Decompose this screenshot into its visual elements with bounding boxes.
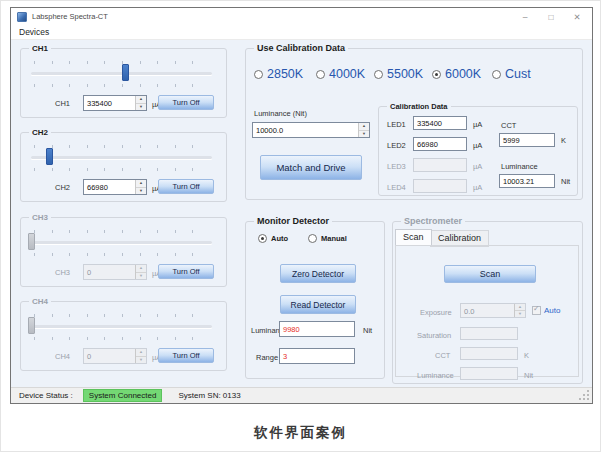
spinner-buttons: ▲ ▼	[514, 304, 525, 317]
ch2-turn-off-button[interactable]: Turn Off	[158, 179, 214, 194]
radio-cust[interactable]: Cust	[492, 67, 531, 81]
spec-luminance-label: Luminance	[417, 371, 454, 380]
spin-down-icon[interactable]: ▼	[359, 131, 369, 138]
spec-luminance-unit-label: Nit	[524, 371, 533, 380]
led3-unit-label: µA	[473, 162, 482, 171]
spinner-buttons: ▲ ▼	[135, 265, 146, 279]
radio-auto[interactable]: Auto	[258, 234, 288, 243]
spin-down-icon: ▼	[515, 311, 525, 317]
check-icon: ✓	[533, 304, 540, 313]
exposure-label: Exposure	[420, 308, 452, 317]
radio-icon	[316, 70, 325, 79]
luminance-input[interactable]: 10000.0 ▲ ▼	[252, 122, 370, 138]
client-area: CH1 CH1 335400 ▲ ▼ µA Turn Off	[11, 40, 592, 387]
spectrometer-label: Spectrometer	[401, 216, 465, 227]
spin-down-icon: ▼	[136, 273, 146, 280]
slider-ticks	[34, 253, 210, 256]
radio-4000k[interactable]: 4000K	[316, 67, 365, 81]
monitor-detector-group: Monitor Detector Auto Manual Zero Detect…	[245, 221, 385, 379]
use-calibration-data-label: Use Calibration Data	[254, 43, 348, 54]
zero-detector-button[interactable]: Zero Detector	[280, 264, 356, 283]
radio-icon	[258, 234, 267, 243]
ch1-slider-handle[interactable]	[122, 64, 129, 81]
ch1-current-input[interactable]: 335400 ▲ ▼	[83, 95, 147, 111]
tab-scan[interactable]: Scan	[395, 229, 432, 245]
app-icon	[17, 12, 27, 22]
scan-button[interactable]: Scan	[444, 265, 536, 283]
ch3-current-input: 0 ▲ ▼	[83, 264, 147, 280]
ch4-slider	[31, 314, 212, 340]
exposure-input: 0.0 ▲ ▼	[460, 303, 526, 318]
match-and-drive-button[interactable]: Match and Drive	[260, 155, 362, 180]
ch4-group-label: CH4	[29, 296, 51, 307]
spin-down-icon[interactable]: ▼	[136, 188, 146, 195]
spectrometer-tab-panel: Scan Exposure 0.0 ▲ ▼ ✓ Auto Saturation …	[395, 245, 579, 377]
calibration-data-label: Calibration Data	[387, 101, 451, 112]
status-bar: Device Status : System Connected System …	[11, 387, 592, 403]
spinner-buttons[interactable]: ▲ ▼	[358, 123, 369, 137]
read-detector-button[interactable]: Read Detector	[280, 295, 356, 314]
monitor-luminance-field[interactable]: 9980	[279, 321, 355, 337]
ch2-group: CH2 CH2 66980 ▲ ▼ µA Turn Off	[20, 132, 227, 202]
ch1-turn-off-button[interactable]: Turn Off	[158, 95, 214, 110]
resize-grip-icon[interactable]	[579, 390, 590, 401]
range-label: Range	[256, 353, 278, 362]
range-field[interactable]: 3	[279, 348, 355, 364]
radio-icon	[492, 70, 501, 79]
radio-5500k[interactable]: 5500K	[374, 67, 423, 81]
title-bar[interactable]: Labsphere Spectra-CT – □ ✕	[11, 8, 592, 25]
close-icon[interactable]: ✕	[571, 11, 583, 23]
saturation-label: Saturation	[417, 331, 451, 340]
menu-devices[interactable]: Devices	[19, 27, 49, 37]
ch4-label: CH4	[55, 352, 70, 361]
spinner-buttons[interactable]: ▲ ▼	[135, 96, 146, 110]
spin-up-icon: ▲	[136, 265, 146, 273]
cct-field[interactable]: 5999	[499, 133, 555, 147]
radio-6000k[interactable]: 6000K	[432, 67, 481, 81]
monitor-luminance-label: Luminan	[251, 326, 280, 335]
ch1-slider[interactable]	[31, 61, 212, 87]
spin-up-icon[interactable]: ▲	[136, 180, 146, 188]
luminance-nit-label: Luminance (Nit)	[254, 109, 307, 118]
monitor-detector-label: Monitor Detector	[254, 216, 332, 227]
led3-label: LED3	[387, 162, 406, 171]
cal-luminance-field[interactable]: 10003.21	[499, 174, 555, 188]
led2-label: LED2	[387, 141, 406, 150]
spec-cct-field	[460, 347, 518, 360]
monitor-luminance-unit-label: Nit	[363, 326, 372, 335]
device-status-label: Device Status :	[19, 391, 73, 400]
ch2-slider[interactable]	[31, 145, 212, 171]
ch2-current-input[interactable]: 66980 ▲ ▼	[83, 179, 147, 195]
ch1-group: CH1 CH1 335400 ▲ ▼ µA Turn Off	[20, 48, 227, 118]
ch3-slider-handle	[28, 233, 35, 250]
calibration-data-group: Calibration Data LED1 335400 µA LED2 669…	[378, 106, 578, 196]
spin-up-icon[interactable]: ▲	[136, 96, 146, 104]
spin-up-icon[interactable]: ▲	[359, 123, 369, 131]
auto-checkbox: ✓	[532, 306, 541, 315]
system-sn-label: System SN: 0133	[178, 391, 240, 400]
slider-ticks	[34, 145, 210, 148]
connection-status-badge: System Connected	[83, 389, 163, 402]
led1-field[interactable]: 335400	[413, 116, 467, 130]
led3-field	[413, 158, 467, 172]
minimize-icon[interactable]: –	[519, 11, 531, 23]
slider-ticks	[34, 84, 210, 87]
cal-luminance-unit-label: Nit	[561, 177, 570, 186]
cal-luminance-label: Luminance	[501, 162, 538, 171]
spin-down-icon[interactable]: ▼	[136, 104, 146, 111]
slider-track	[31, 325, 212, 328]
maximize-icon[interactable]: □	[545, 11, 557, 23]
ch3-turn-off-button[interactable]: Turn Off	[158, 264, 214, 279]
ch4-turn-off-button[interactable]: Turn Off	[158, 348, 214, 363]
cct-unit-label: K	[561, 136, 566, 145]
radio-2850k[interactable]: 2850K	[254, 67, 303, 81]
spin-down-icon: ▼	[136, 357, 146, 364]
radio-manual[interactable]: Manual	[308, 234, 347, 243]
ch2-group-label: CH2	[29, 127, 51, 138]
ch3-group: CH3 CH3 0 ▲ ▼ µA Turn Off	[20, 217, 227, 287]
slider-track	[31, 241, 212, 244]
led2-field[interactable]: 66980	[413, 137, 467, 151]
ch2-slider-handle[interactable]	[46, 148, 53, 165]
spinner-buttons[interactable]: ▲ ▼	[135, 180, 146, 194]
ch1-group-label: CH1	[29, 43, 51, 54]
